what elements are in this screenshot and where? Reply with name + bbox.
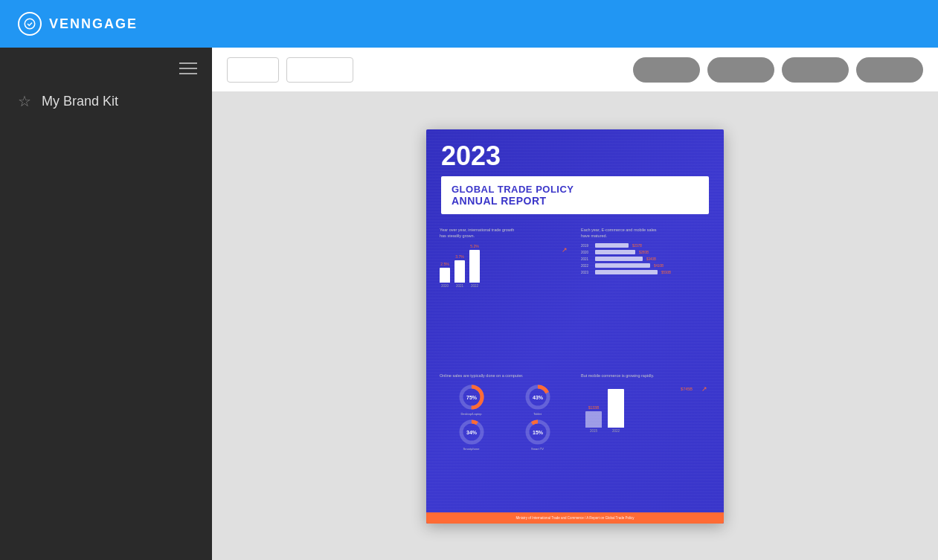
hbar-val-2021: $340B — [646, 257, 656, 261]
hamburger-icon — [179, 62, 197, 74]
infographic-content: 2023 GLOBAL TRADE POLICY ANNUAL REPORT Y… — [426, 129, 724, 524]
col-chart-mobile: ↗ $745B $133B 2015 — [581, 384, 710, 436]
hbar-year-2019: 2019 — [581, 244, 593, 248]
bar-2020: 2.5% 2020 — [440, 262, 450, 288]
donut-label-desktop: Desktop/Laptop — [460, 412, 481, 416]
donut-smarttv: 15% Smart TV — [506, 419, 569, 451]
donut-chart-smarttv: 15% — [524, 419, 551, 445]
hbar-chart: 2019 $237B 2020 $280B — [581, 243, 710, 274]
svg-text:75%: 75% — [466, 395, 477, 400]
sidebar-item-brand-kit[interactable]: ☆ My Brand Kit — [0, 82, 212, 120]
col-rect-2022 — [608, 389, 624, 428]
toolbar-button-6[interactable] — [856, 57, 923, 83]
col-bar-2022: 2022 — [608, 389, 624, 433]
content-area: 2023 GLOBAL TRADE POLICY ANNUAL REPORT Y… — [212, 48, 938, 560]
year-section: 2023 — [426, 129, 724, 171]
toolbar-button-1[interactable] — [227, 57, 279, 83]
bar-pct-2022: 5.2% — [470, 244, 478, 248]
hbar-year-2020: 2020 — [581, 251, 593, 254]
chart-panel-mobile-commerce: But mobile commerce is growing rapidly. … — [575, 369, 716, 509]
donut-chart-desktop: 75% — [458, 384, 485, 411]
charts-grid-bottom: Online sales are typically done on a com… — [426, 366, 724, 512]
sidebar: ☆ My Brand Kit — [0, 48, 212, 560]
chart-panel-devices: Online sales are typically done on a com… — [434, 369, 575, 509]
bar-year-2021: 2021 — [456, 284, 463, 288]
col-value-745: $745B — [681, 387, 693, 391]
hbar-bar-2020 — [595, 250, 635, 254]
hbar-year-2023: 2023 — [581, 271, 593, 274]
bar-year-2022: 2022 — [471, 284, 478, 288]
bar-rect-2020 — [440, 268, 450, 283]
hbar-val-2020: $280B — [639, 251, 649, 254]
hbar-bar-2022 — [595, 263, 650, 268]
hbar-row-2019: 2019 $237B — [581, 243, 710, 248]
col-year-2022: 2022 — [612, 429, 620, 433]
infographic-document: 2023 GLOBAL TRADE POLICY ANNUAL REPORT Y… — [426, 129, 724, 524]
hbar-bar-2021 — [595, 257, 643, 261]
topbar: VENNGAGE — [0, 0, 938, 48]
chart-title-ecommerce: Each year, E-commerce and mobile salesha… — [581, 228, 710, 239]
svg-text:43%: 43% — [532, 395, 543, 400]
hbar-val-2019: $237B — [632, 244, 642, 248]
chart-panel-ecommerce: Each year, E-commerce and mobile salesha… — [575, 223, 716, 363]
donut-label-smarttv: Smart TV — [531, 447, 544, 451]
donut-tablet: 43% Tablet — [506, 384, 569, 416]
bar-chart-left: ↗ 2.5% 2020 3.7% — [440, 243, 569, 288]
col-val-2015: $133B — [588, 405, 599, 410]
title-box: GLOBAL TRADE POLICY ANNUAL REPORT — [441, 176, 709, 214]
toolbar-button-4[interactable] — [707, 57, 774, 83]
chart-panel-trade-growth: Year over year, international trade grow… — [434, 223, 575, 363]
hbar-row-2020: 2020 $280B — [581, 250, 710, 254]
donut-label-smartphone: Smartphone — [463, 447, 480, 451]
hamburger-button[interactable] — [0, 55, 212, 82]
hbar-val-2023: $530B — [661, 271, 671, 274]
donut-chart-tablet: 43% — [524, 384, 551, 411]
toolbar-button-3[interactable] — [633, 57, 700, 83]
footer-text: Ministry of International Trade and Comm… — [441, 516, 709, 520]
infographic-footer: Ministry of International Trade and Comm… — [426, 512, 724, 524]
hbar-row-2022: 2022 $410B — [581, 263, 710, 268]
svg-point-0 — [25, 19, 35, 29]
hbar-bar-2019 — [595, 243, 629, 248]
charts-grid-top: Year over year, international trade grow… — [426, 220, 724, 366]
bar-pct-2020: 2.5% — [440, 262, 449, 266]
trend-arrow-icon: ↗ — [562, 246, 568, 254]
hbar-year-2021: 2021 — [581, 257, 593, 261]
bar-2022: 5.2% 2022 — [469, 244, 480, 288]
bar-rect-2022 — [469, 250, 480, 283]
col-bar-2015: $133B 2015 — [585, 405, 602, 433]
year-text: 2023 — [441, 141, 709, 171]
hbar-val-2022: $410B — [654, 264, 664, 268]
brand-kit-label: My Brand Kit — [42, 94, 118, 109]
chart-title-devices: Online sales are typically done on a com… — [440, 373, 569, 379]
bar-year-2020: 2020 — [441, 284, 449, 288]
logo-area: VENNGAGE — [18, 12, 138, 36]
logo-text: VENNGAGE — [49, 16, 138, 32]
logo-icon — [18, 12, 42, 36]
hbar-row-2021: 2021 $340B — [581, 257, 710, 261]
title-line2: ANNUAL REPORT — [452, 195, 698, 207]
bar-pct-2021: 3.7% — [455, 254, 463, 259]
canvas-area: 2023 GLOBAL TRADE POLICY ANNUAL REPORT Y… — [212, 92, 938, 560]
hbar-bar-2023 — [595, 270, 658, 274]
hbar-year-2022: 2022 — [581, 264, 593, 268]
hbar-row-2023: 2023 $530B — [581, 270, 710, 274]
col-rect-2015 — [585, 411, 602, 428]
donut-desktop: 75% Desktop/Laptop — [440, 384, 503, 416]
toolbar-button-2[interactable] — [286, 57, 353, 83]
chart-title-mobile: But mobile commerce is growing rapidly. — [581, 373, 710, 379]
bar-2021: 3.7% 2021 — [454, 254, 465, 288]
toolbar — [212, 48, 938, 92]
donut-label-tablet: Tablet — [533, 412, 542, 416]
svg-text:34%: 34% — [466, 430, 477, 435]
svg-text:15%: 15% — [532, 430, 543, 435]
col-trend-arrow-icon: ↗ — [701, 385, 707, 393]
chart-title-trade-growth: Year over year, international trade grow… — [440, 228, 569, 239]
title-line1: GLOBAL TRADE POLICY — [452, 184, 698, 195]
toolbar-button-5[interactable] — [782, 57, 849, 83]
donut-smartphone: 34% Smartphone — [440, 419, 503, 451]
main-layout: ☆ My Brand Kit 2023 — [0, 48, 938, 560]
star-icon: ☆ — [18, 92, 31, 110]
donut-chart-smartphone: 34% — [458, 419, 485, 445]
col-year-2015: 2015 — [590, 429, 597, 433]
